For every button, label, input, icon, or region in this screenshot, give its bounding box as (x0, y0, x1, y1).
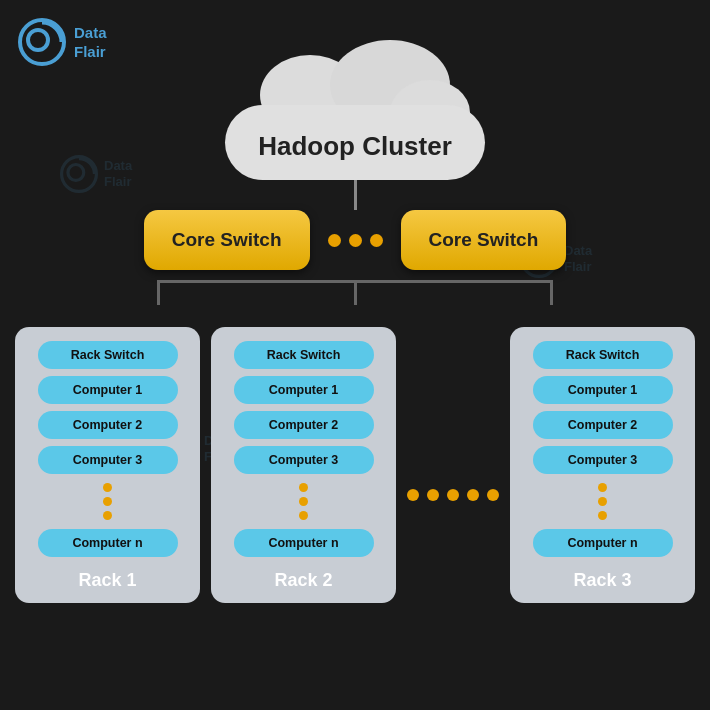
rack-2-computer-2: Computer 2 (234, 411, 374, 439)
cloud-shape: Hadoop Cluster (210, 80, 500, 180)
rack-1-computer-1: Computer 1 (38, 376, 178, 404)
core-switch-2: Core Switch (401, 210, 567, 270)
v-line-1 (157, 283, 160, 305)
rack-3-switch: Rack Switch (533, 341, 673, 369)
logo-text: Data Flair (74, 23, 107, 62)
between-racks-dots (407, 489, 499, 501)
rack-2-dot-1 (299, 483, 308, 492)
dots-between-switches (328, 234, 383, 247)
rack-3-dot-2 (598, 497, 607, 506)
rack-1-computer-3: Computer 3 (38, 446, 178, 474)
cloud-label: Hadoop Cluster (258, 131, 452, 162)
rack-3-dots (598, 483, 607, 520)
logo: Data Flair (18, 18, 107, 66)
v-line-2 (354, 283, 357, 305)
switches-row: Core Switch Core Switch (144, 210, 567, 270)
rack-2-computer-1: Computer 1 (234, 376, 374, 404)
rack-1-label: Rack 1 (78, 570, 136, 591)
main-content: Hadoop Cluster Core Switch Core Switch R… (0, 0, 710, 710)
rack-2-dot-2 (299, 497, 308, 506)
svg-point-9 (28, 30, 48, 50)
rack-3-dot-1 (598, 483, 607, 492)
rack-3-computer-1: Computer 1 (533, 376, 673, 404)
rack-2-computer-3: Computer 3 (234, 446, 374, 474)
v-line-3 (550, 283, 553, 305)
rack-1: Rack Switch Computer 1 Computer 2 Comput… (15, 327, 200, 603)
racks-row: Rack Switch Computer 1 Computer 2 Comput… (15, 327, 695, 603)
dot-3 (370, 234, 383, 247)
rack-1-dot-3 (103, 511, 112, 520)
vertical-connectors (65, 283, 645, 305)
rack-2-dots (299, 483, 308, 520)
rack-3-dot-3 (598, 511, 607, 520)
between-dot-4 (467, 489, 479, 501)
rack-2-computer-n: Computer n (234, 529, 374, 557)
core-switch-1: Core Switch (144, 210, 310, 270)
rack-1-dot-1 (103, 483, 112, 492)
rack-1-dot-2 (103, 497, 112, 506)
rack-2-dot-3 (299, 511, 308, 520)
rack-3: Rack Switch Computer 1 Computer 2 Comput… (510, 327, 695, 603)
dot-1 (328, 234, 341, 247)
between-dot-2 (427, 489, 439, 501)
rack-2: Rack Switch Computer 1 Computer 2 Comput… (211, 327, 396, 603)
rack-3-computer-n: Computer n (533, 529, 673, 557)
rack-1-switch: Rack Switch (38, 341, 178, 369)
rack-1-computer-2: Computer 2 (38, 411, 178, 439)
between-dot-5 (487, 489, 499, 501)
rack-1-computer-n: Computer n (38, 529, 178, 557)
rack-3-computer-3: Computer 3 (533, 446, 673, 474)
rack-3-computer-2: Computer 2 (533, 411, 673, 439)
dot-2 (349, 234, 362, 247)
between-dot-1 (407, 489, 419, 501)
cloud-connector-line (354, 180, 357, 210)
between-dot-3 (447, 489, 459, 501)
horizontal-connector (65, 280, 645, 283)
rack-1-dots (103, 483, 112, 520)
cloud-section: Hadoop Cluster (210, 80, 500, 180)
rack-2-switch: Rack Switch (234, 341, 374, 369)
rack-2-label: Rack 2 (274, 570, 332, 591)
rack-3-label: Rack 3 (573, 570, 631, 591)
